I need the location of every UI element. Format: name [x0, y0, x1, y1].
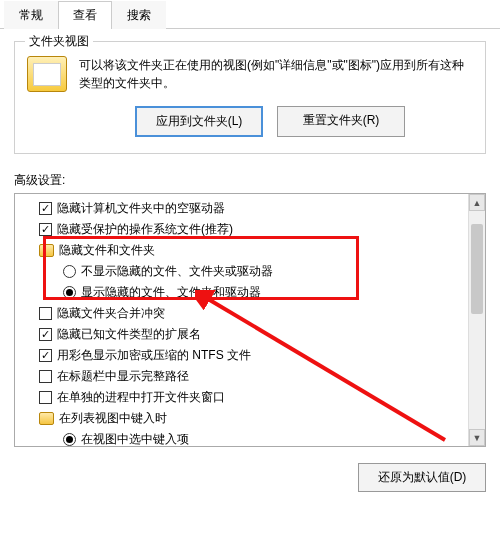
tree-item-label: 显示隐藏的文件、文件夹和驱动器 — [81, 284, 261, 301]
tree-item[interactable]: 不显示隐藏的文件、文件夹或驱动器 — [21, 261, 462, 282]
tree-item[interactable]: 用彩色显示加密或压缩的 NTFS 文件 — [21, 345, 462, 366]
tree-item[interactable]: 显示隐藏的文件、文件夹和驱动器 — [21, 282, 462, 303]
folder-icon — [39, 412, 54, 425]
reset-folders-button[interactable]: 重置文件夹(R) — [277, 106, 405, 137]
checkbox-icon[interactable] — [39, 202, 52, 215]
scrollbar[interactable]: ▲ ▼ — [468, 194, 485, 446]
radio-icon[interactable] — [63, 286, 76, 299]
checkbox-icon[interactable] — [39, 223, 52, 236]
advanced-settings-tree: 隐藏计算机文件夹中的空驱动器隐藏受保护的操作系统文件(推荐)隐藏文件和文件夹不显… — [14, 193, 486, 447]
tree-item-label: 隐藏受保护的操作系统文件(推荐) — [57, 221, 233, 238]
tab-search[interactable]: 搜索 — [112, 1, 166, 29]
tree-item: 隐藏文件和文件夹 — [21, 240, 462, 261]
tab-bar: 常规 查看 搜索 — [0, 0, 500, 29]
tab-view[interactable]: 查看 — [58, 1, 112, 29]
tree-item-label: 在视图中选中键入项 — [81, 431, 189, 446]
apply-to-folders-button[interactable]: 应用到文件夹(L) — [135, 106, 263, 137]
tree-item-label: 隐藏计算机文件夹中的空驱动器 — [57, 200, 225, 217]
scroll-up-button[interactable]: ▲ — [469, 194, 485, 211]
group-title: 文件夹视图 — [25, 33, 93, 50]
tree-item-label: 不显示隐藏的文件、文件夹或驱动器 — [81, 263, 273, 280]
tree-item-label: 隐藏文件和文件夹 — [59, 242, 155, 259]
folder-views-group: 文件夹视图 可以将该文件夹正在使用的视图(例如"详细信息"或"图标")应用到所有… — [14, 41, 486, 154]
radio-icon[interactable] — [63, 265, 76, 278]
folder-icon — [27, 56, 67, 92]
tree-item-label: 用彩色显示加密或压缩的 NTFS 文件 — [57, 347, 251, 364]
checkbox-icon[interactable] — [39, 349, 52, 362]
restore-defaults-button[interactable]: 还原为默认值(D) — [358, 463, 486, 492]
tree-item-label: 在单独的进程中打开文件夹窗口 — [57, 389, 225, 406]
tree-item-label: 隐藏已知文件类型的扩展名 — [57, 326, 201, 343]
folder-icon — [39, 244, 54, 257]
group-description: 可以将该文件夹正在使用的视图(例如"详细信息"或"图标")应用到所有这种类型的文… — [79, 56, 473, 92]
checkbox-icon[interactable] — [39, 307, 52, 320]
scroll-thumb[interactable] — [471, 224, 483, 314]
tab-general[interactable]: 常规 — [4, 1, 58, 29]
tree-item-label: 隐藏文件夹合并冲突 — [57, 305, 165, 322]
tree-item: 在列表视图中键入时 — [21, 408, 462, 429]
tree-item[interactable]: 在标题栏中显示完整路径 — [21, 366, 462, 387]
tree-item[interactable]: 隐藏计算机文件夹中的空驱动器 — [21, 198, 462, 219]
checkbox-icon[interactable] — [39, 391, 52, 404]
radio-icon[interactable] — [63, 433, 76, 446]
tree-item-label: 在列表视图中键入时 — [59, 410, 167, 427]
advanced-label: 高级设置: — [14, 172, 486, 189]
checkbox-icon[interactable] — [39, 328, 52, 341]
scroll-down-button[interactable]: ▼ — [469, 429, 485, 446]
tree-item-label: 在标题栏中显示完整路径 — [57, 368, 189, 385]
checkbox-icon[interactable] — [39, 370, 52, 383]
tree-item[interactable]: 隐藏文件夹合并冲突 — [21, 303, 462, 324]
tree-item[interactable]: 隐藏已知文件类型的扩展名 — [21, 324, 462, 345]
tree-item[interactable]: 在单独的进程中打开文件夹窗口 — [21, 387, 462, 408]
tree-item[interactable]: 在视图中选中键入项 — [21, 429, 462, 446]
tree-item[interactable]: 隐藏受保护的操作系统文件(推荐) — [21, 219, 462, 240]
